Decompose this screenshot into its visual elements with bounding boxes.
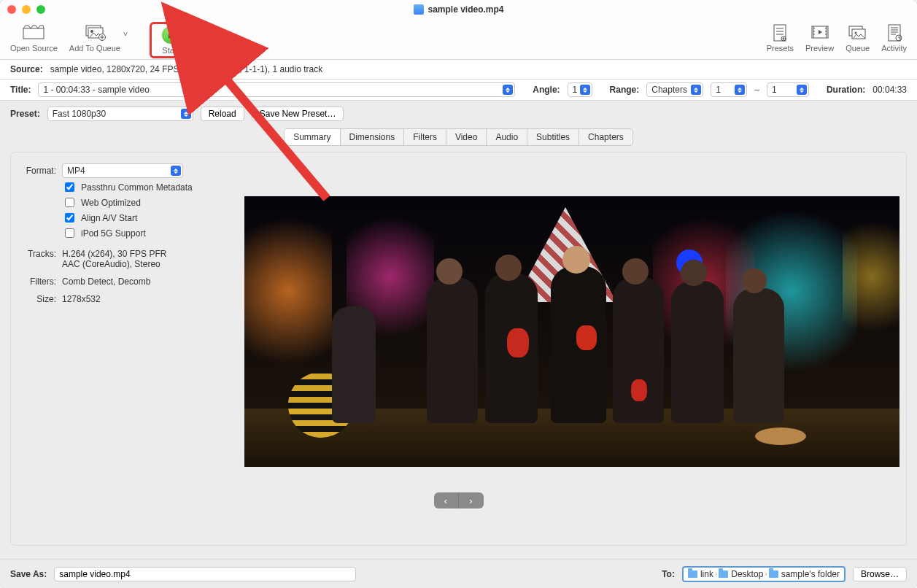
preview-icon: [808, 23, 832, 42]
add-to-queue-button[interactable]: Add To Queue: [63, 22, 126, 54]
passthru-checkbox[interactable]: Passthru Common Metadata: [62, 180, 239, 194]
chevron-right-icon: ›: [715, 570, 717, 578]
minimize-window-icon[interactable]: [22, 5, 31, 14]
film-icon: [22, 23, 45, 42]
duration-value: 00:04:33: [872, 85, 907, 95]
presets-icon: [768, 23, 792, 42]
format-label: Format:: [20, 166, 56, 176]
window-title: sample video.mp4: [413, 4, 503, 15]
zoom-window-icon[interactable]: [36, 5, 45, 14]
title-row: Title: 1 - 00:04:33 - sample video Angle…: [0, 80, 917, 101]
summary-panel: Format: MP4 Passthru Common Metadata Web…: [10, 152, 907, 546]
duration-label: Duration:: [827, 85, 865, 95]
tab-audio[interactable]: Audio: [487, 129, 527, 145]
svg-rect-0: [23, 28, 44, 39]
to-label: To:: [662, 569, 675, 579]
preview-button[interactable]: Preview: [800, 22, 840, 54]
tab-chapters[interactable]: Chapters: [579, 129, 632, 145]
destination-path[interactable]: link › Desktop › sample's folder: [682, 566, 846, 582]
angle-label: Angle:: [533, 85, 560, 95]
ipod-checkbox[interactable]: iPod 5G Support: [62, 226, 239, 240]
tab-dimensions[interactable]: Dimensions: [341, 129, 405, 145]
titlebar: sample video.mp4: [0, 0, 917, 19]
preview-prev-button[interactable]: ‹: [434, 492, 459, 508]
queue-button[interactable]: Queue: [840, 22, 875, 54]
app-window: sample video.mp4 Open Source Add To Queu…: [0, 0, 917, 588]
save-as-label: Save As:: [10, 569, 47, 579]
size-label: Size:: [20, 294, 56, 304]
web-optimized-checkbox[interactable]: Web Optimized: [62, 196, 239, 209]
tab-video[interactable]: Video: [446, 129, 487, 145]
format-select[interactable]: MP4: [62, 163, 183, 178]
preview-nav: ‹ ›: [434, 492, 484, 508]
open-source-button[interactable]: Open Source: [4, 22, 63, 54]
images-plus-icon: [83, 23, 107, 42]
document-icon: [413, 4, 423, 15]
range-label: Range:: [610, 85, 640, 95]
align-av-checkbox[interactable]: Align A/V Start: [62, 211, 239, 225]
preset-label: Preset:: [10, 109, 40, 119]
svg-point-10: [854, 32, 856, 34]
filters-value: Comb Detect, Decomb: [62, 276, 150, 287]
window-title-text: sample video.mp4: [427, 4, 503, 15]
range-dash: –: [754, 85, 759, 95]
preview-next-button[interactable]: ›: [459, 492, 484, 508]
window-controls: [7, 5, 45, 14]
filters-label: Filters:: [20, 276, 56, 287]
folder-icon: [769, 570, 778, 578]
title-label: Title:: [10, 85, 31, 95]
queue-icon: [846, 23, 870, 42]
add-to-queue-menu-chevron-icon[interactable]: ⅴ: [123, 29, 128, 37]
pause-icon: II: [198, 23, 221, 42]
size-value: 1278x532: [62, 294, 101, 304]
pause-button: II Pause: [192, 22, 227, 54]
activity-icon: [883, 23, 906, 42]
chevron-right-icon: ›: [765, 570, 767, 578]
presets-button[interactable]: Presets: [761, 22, 800, 54]
tracks-label: Tracks:: [20, 249, 56, 259]
angle-select[interactable]: 1: [568, 82, 592, 97]
tab-summary[interactable]: Summary: [285, 129, 340, 145]
save-new-preset-button[interactable]: Save New Preset…: [252, 107, 344, 121]
start-highlight: Start: [150, 22, 192, 58]
play-icon: [159, 26, 182, 45]
preset-row: Preset: Fast 1080p30 Reload Save New Pre…: [0, 101, 917, 124]
body: Source: sample video, 1280x720, 24 FPS, …: [0, 60, 917, 588]
tracks-value: H.264 (x264), 30 FPS PFR AAC (CoreAudio)…: [62, 249, 166, 269]
tab-subtitles[interactable]: Subtitles: [527, 129, 579, 145]
start-button[interactable]: Start: [153, 24, 188, 56]
close-window-icon[interactable]: [7, 5, 16, 14]
source-row: Source: sample video, 1280x720, 24 FPS, …: [0, 60, 917, 80]
svg-point-3: [90, 30, 93, 33]
range-to-select[interactable]: 1: [767, 82, 809, 97]
activity-button[interactable]: Activity: [875, 22, 913, 54]
footer: Save As: To: link › Desktop › sample's f…: [0, 559, 917, 588]
reload-button[interactable]: Reload: [201, 107, 244, 121]
summary-left: Format: MP4 Passthru Common Metadata Web…: [20, 163, 239, 304]
toolbar: Open Source Add To Queue ⅴ Start II Paus…: [0, 19, 917, 60]
source-label: Source:: [10, 64, 43, 74]
folder-icon: [719, 570, 728, 578]
tabs: Summary Dimensions Filters Video Audio S…: [0, 128, 917, 146]
svg-rect-11: [889, 25, 900, 41]
source-value: sample video, 1280x720, 24 FPS, SDR (8-b…: [50, 64, 323, 74]
tab-filters[interactable]: Filters: [404, 129, 446, 145]
browse-button[interactable]: Browse…: [853, 567, 907, 581]
range-type-select[interactable]: Chapters: [646, 82, 703, 97]
title-select[interactable]: 1 - 00:04:33 - sample video: [38, 82, 515, 97]
folder-icon: [688, 570, 697, 578]
range-from-select[interactable]: 1: [711, 82, 747, 97]
video-preview: [244, 196, 899, 467]
preset-select[interactable]: Fast 1080p30: [47, 107, 193, 121]
save-as-input[interactable]: [54, 567, 355, 581]
